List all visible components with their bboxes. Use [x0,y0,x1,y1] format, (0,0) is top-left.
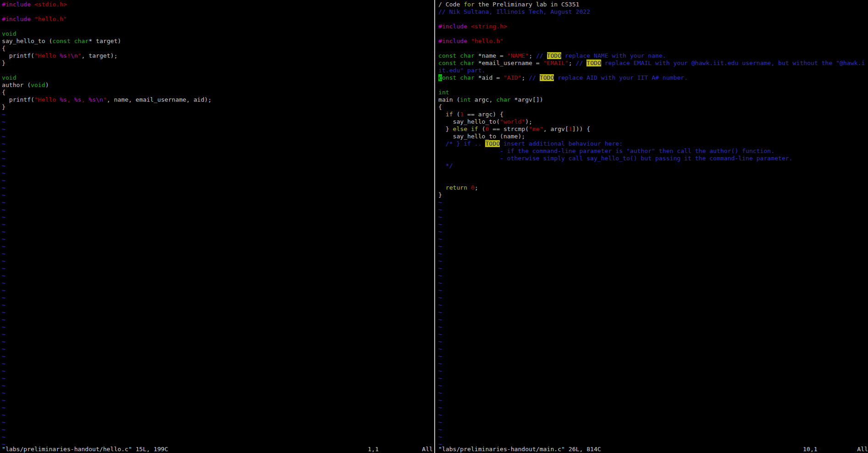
tilde-line: ~ [2,426,433,433]
code-line[interactable]: } [2,60,433,67]
tilde-line: ~ [2,221,433,228]
code-line[interactable]: #include <stdio.h> [2,1,433,8]
tilde: ~ [438,243,442,250]
code-line[interactable]: const char *aid = "AID"; // TODO replace… [438,74,868,82]
code-line[interactable]: { [438,104,868,111]
tilde: ~ [438,433,442,440]
code-line[interactable]: /* } if .. TODO insert additional behavi… [438,140,868,147]
syntax-token: } [2,60,6,66]
tilde-line: ~ [438,206,868,213]
code-line[interactable] [438,16,868,23]
code-line[interactable]: void [2,30,433,38]
tilde-line: ~ [438,228,868,235]
tilde: ~ [438,353,442,360]
code-line[interactable] [438,30,868,38]
tilde: ~ [2,367,6,374]
tilde: ~ [2,250,6,257]
code-line[interactable]: { [2,89,433,96]
code-line[interactable]: } [2,104,433,111]
code-line[interactable]: - if the command-line parameter is "auth… [438,147,868,155]
tilde-line: ~ [438,323,868,331]
code-line[interactable]: const char *email_username = "EMAIL"; //… [438,60,868,67]
scroll-indicator-hello-c: All [422,446,433,453]
tilde-line: ~ [2,404,433,411]
syntax-token: insert additional behaviour here: [500,140,623,147]
tilde-line: ~ [2,147,433,155]
code-line[interactable] [438,177,868,184]
tilde-line: ~ [2,162,433,169]
syntax-token: return [446,184,467,191]
tilde: ~ [438,316,442,323]
syntax-token: { [2,89,6,96]
code-line[interactable] [438,82,868,89]
code-line[interactable] [438,45,868,52]
code-line[interactable]: #include "hello.h" [438,38,868,45]
tilde-line: ~ [438,199,868,206]
syntax-token: ])) { [572,126,590,132]
code-line[interactable]: const char *name = "NAME"; // TODO repla… [438,52,868,60]
code-line[interactable]: printf("Hello %s, %s, %s\n", name, email… [2,96,433,104]
syntax-token: } [438,126,453,132]
tilde-line: ~ [2,345,433,353]
syntax-token: #include [2,16,31,22]
code-line[interactable]: return 0; [438,184,868,191]
tilde-line: ~ [2,126,433,133]
tilde: ~ [438,206,442,213]
tilde: ~ [2,419,6,426]
tilde-line: ~ [2,118,433,126]
syntax-token: char [74,38,89,44]
tilde: ~ [438,279,442,286]
code-line[interactable]: / Code for the Preliminary lab in CS351 [438,1,868,8]
buffer-main-c[interactable]: / Code for the Preliminary lab in CS351/… [437,0,868,446]
tilde-line: ~ [438,272,868,279]
code-line[interactable]: #include "hello.h" [2,16,433,23]
tilde: ~ [2,155,6,162]
cursor-position-main-c: 10,1 [803,446,818,453]
syntax-token: onst [442,74,457,81]
code-line[interactable]: int [438,89,868,96]
code-line[interactable]: } else if (0 == strcmp("me", argv[1])) { [438,126,868,133]
tilde: ~ [438,287,442,294]
tilde-line: ~ [2,397,433,404]
code-line[interactable]: say_hello_to (const char* target) [2,38,433,45]
tilde: ~ [438,265,442,272]
code-line[interactable]: printf("Hello %s!\n", target); [2,52,433,60]
code-line[interactable]: } [438,191,868,199]
code-line[interactable]: // Nik Sultana, Illinois Tech, August 20… [438,8,868,16]
code-line[interactable]: { [2,45,433,52]
code-line[interactable]: say_hello_to("world"); [438,118,868,126]
code-line[interactable]: if (1 == argc) { [438,111,868,118]
code-line[interactable]: void [2,74,433,82]
buffer-hello-c[interactable]: #include <stdio.h>#include "hello.h"void… [0,0,433,446]
tilde: ~ [2,257,6,264]
code-line[interactable] [2,23,433,30]
syntax-token [467,126,471,132]
syntax-token: * target) [88,38,121,44]
tilde: ~ [438,382,442,389]
tilde: ~ [2,265,6,272]
code-line[interactable]: - otherwise simply call say_hello_to() b… [438,155,868,162]
tilde-line: ~ [2,206,433,213]
code-line[interactable]: say_hello_to (name); [438,133,868,140]
code-line[interactable]: it.edu" part. [438,67,868,74]
tilde-line: ~ [2,338,433,345]
tilde: ~ [438,411,442,418]
code-line[interactable]: */ [438,162,868,169]
code-line[interactable] [438,169,868,177]
tilde-line: ~ [438,221,868,228]
tilde-line: ~ [438,257,868,265]
tilde-line: ~ [438,411,868,419]
code-line[interactable]: main (int argc, char *argv[]) [438,96,868,104]
tilde: ~ [438,338,442,345]
tilde: ~ [2,411,6,418]
code-line[interactable]: #include <string.h> [438,23,868,30]
syntax-token: const [438,52,456,59]
code-line[interactable]: author (void) [2,82,433,89]
window-separator[interactable] [434,0,435,453]
todo-highlight: TODO [586,60,601,66]
code-line[interactable] [2,67,433,74]
code-line[interactable] [2,8,433,16]
syntax-token: 0 [471,184,475,191]
tilde-line: ~ [438,235,868,243]
syntax-token: \n [96,96,103,103]
